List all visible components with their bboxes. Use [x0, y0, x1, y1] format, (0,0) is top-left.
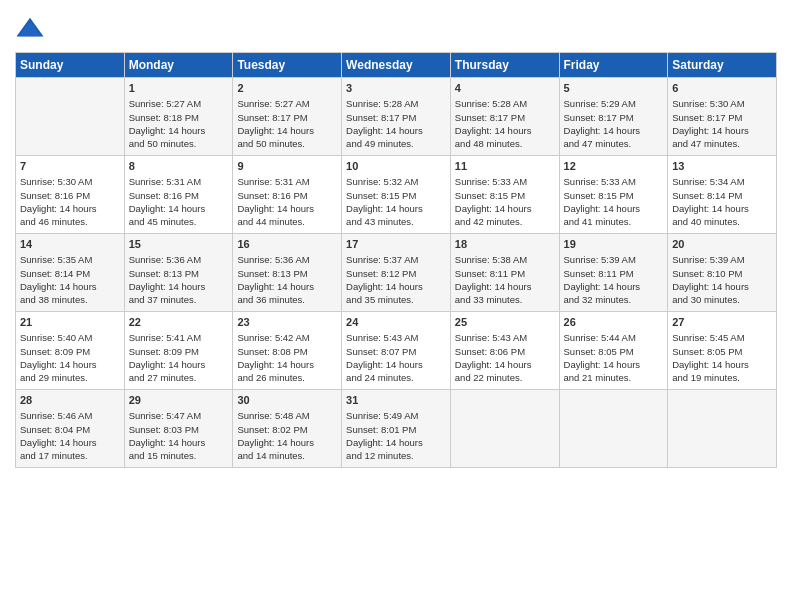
calendar-cell: 10Sunrise: 5:32 AM Sunset: 8:15 PM Dayli… — [342, 156, 451, 234]
calendar-cell: 28Sunrise: 5:46 AM Sunset: 8:04 PM Dayli… — [16, 390, 125, 468]
day-info: Sunrise: 5:39 AM Sunset: 8:10 PM Dayligh… — [672, 253, 772, 306]
calendar-cell — [450, 390, 559, 468]
day-info: Sunrise: 5:44 AM Sunset: 8:05 PM Dayligh… — [564, 331, 664, 384]
day-info: Sunrise: 5:36 AM Sunset: 8:13 PM Dayligh… — [129, 253, 229, 306]
day-number: 9 — [237, 159, 337, 174]
calendar-week-3: 14Sunrise: 5:35 AM Sunset: 8:14 PM Dayli… — [16, 234, 777, 312]
calendar-cell: 15Sunrise: 5:36 AM Sunset: 8:13 PM Dayli… — [124, 234, 233, 312]
calendar-cell — [559, 390, 668, 468]
day-number: 27 — [672, 315, 772, 330]
day-info: Sunrise: 5:45 AM Sunset: 8:05 PM Dayligh… — [672, 331, 772, 384]
header — [15, 10, 777, 44]
calendar-cell: 5Sunrise: 5:29 AM Sunset: 8:17 PM Daylig… — [559, 78, 668, 156]
weekday-header-saturday: Saturday — [668, 53, 777, 78]
day-info: Sunrise: 5:46 AM Sunset: 8:04 PM Dayligh… — [20, 409, 120, 462]
day-number: 15 — [129, 237, 229, 252]
day-number: 16 — [237, 237, 337, 252]
day-number: 14 — [20, 237, 120, 252]
day-number: 6 — [672, 81, 772, 96]
day-info: Sunrise: 5:42 AM Sunset: 8:08 PM Dayligh… — [237, 331, 337, 384]
calendar-cell: 31Sunrise: 5:49 AM Sunset: 8:01 PM Dayli… — [342, 390, 451, 468]
weekday-header-sunday: Sunday — [16, 53, 125, 78]
calendar-week-2: 7Sunrise: 5:30 AM Sunset: 8:16 PM Daylig… — [16, 156, 777, 234]
day-number: 3 — [346, 81, 446, 96]
day-number: 31 — [346, 393, 446, 408]
day-info: Sunrise: 5:49 AM Sunset: 8:01 PM Dayligh… — [346, 409, 446, 462]
day-info: Sunrise: 5:28 AM Sunset: 8:17 PM Dayligh… — [455, 97, 555, 150]
day-info: Sunrise: 5:31 AM Sunset: 8:16 PM Dayligh… — [237, 175, 337, 228]
calendar-cell: 19Sunrise: 5:39 AM Sunset: 8:11 PM Dayli… — [559, 234, 668, 312]
day-number: 8 — [129, 159, 229, 174]
calendar-cell: 25Sunrise: 5:43 AM Sunset: 8:06 PM Dayli… — [450, 312, 559, 390]
day-number: 1 — [129, 81, 229, 96]
day-info: Sunrise: 5:41 AM Sunset: 8:09 PM Dayligh… — [129, 331, 229, 384]
day-number: 21 — [20, 315, 120, 330]
calendar-cell: 29Sunrise: 5:47 AM Sunset: 8:03 PM Dayli… — [124, 390, 233, 468]
calendar-week-4: 21Sunrise: 5:40 AM Sunset: 8:09 PM Dayli… — [16, 312, 777, 390]
day-info: Sunrise: 5:27 AM Sunset: 8:18 PM Dayligh… — [129, 97, 229, 150]
day-number: 26 — [564, 315, 664, 330]
calendar-cell: 3Sunrise: 5:28 AM Sunset: 8:17 PM Daylig… — [342, 78, 451, 156]
day-info: Sunrise: 5:28 AM Sunset: 8:17 PM Dayligh… — [346, 97, 446, 150]
day-info: Sunrise: 5:33 AM Sunset: 8:15 PM Dayligh… — [455, 175, 555, 228]
day-info: Sunrise: 5:48 AM Sunset: 8:02 PM Dayligh… — [237, 409, 337, 462]
calendar-cell: 6Sunrise: 5:30 AM Sunset: 8:17 PM Daylig… — [668, 78, 777, 156]
day-number: 28 — [20, 393, 120, 408]
main-container: SundayMondayTuesdayWednesdayThursdayFrid… — [0, 0, 792, 478]
day-number: 19 — [564, 237, 664, 252]
calendar-cell — [668, 390, 777, 468]
day-number: 30 — [237, 393, 337, 408]
weekday-header-row: SundayMondayTuesdayWednesdayThursdayFrid… — [16, 53, 777, 78]
day-number: 7 — [20, 159, 120, 174]
day-info: Sunrise: 5:40 AM Sunset: 8:09 PM Dayligh… — [20, 331, 120, 384]
logo-icon — [15, 14, 45, 44]
day-number: 22 — [129, 315, 229, 330]
day-number: 2 — [237, 81, 337, 96]
calendar-cell: 23Sunrise: 5:42 AM Sunset: 8:08 PM Dayli… — [233, 312, 342, 390]
day-number: 25 — [455, 315, 555, 330]
day-info: Sunrise: 5:33 AM Sunset: 8:15 PM Dayligh… — [564, 175, 664, 228]
day-number: 17 — [346, 237, 446, 252]
calendar-week-5: 28Sunrise: 5:46 AM Sunset: 8:04 PM Dayli… — [16, 390, 777, 468]
calendar-cell: 14Sunrise: 5:35 AM Sunset: 8:14 PM Dayli… — [16, 234, 125, 312]
calendar-cell: 13Sunrise: 5:34 AM Sunset: 8:14 PM Dayli… — [668, 156, 777, 234]
calendar-cell: 20Sunrise: 5:39 AM Sunset: 8:10 PM Dayli… — [668, 234, 777, 312]
day-info: Sunrise: 5:30 AM Sunset: 8:17 PM Dayligh… — [672, 97, 772, 150]
day-info: Sunrise: 5:30 AM Sunset: 8:16 PM Dayligh… — [20, 175, 120, 228]
calendar-cell: 18Sunrise: 5:38 AM Sunset: 8:11 PM Dayli… — [450, 234, 559, 312]
calendar-cell — [16, 78, 125, 156]
day-number: 23 — [237, 315, 337, 330]
calendar-cell: 1Sunrise: 5:27 AM Sunset: 8:18 PM Daylig… — [124, 78, 233, 156]
calendar-cell: 11Sunrise: 5:33 AM Sunset: 8:15 PM Dayli… — [450, 156, 559, 234]
calendar-cell: 12Sunrise: 5:33 AM Sunset: 8:15 PM Dayli… — [559, 156, 668, 234]
day-number: 4 — [455, 81, 555, 96]
calendar-cell: 27Sunrise: 5:45 AM Sunset: 8:05 PM Dayli… — [668, 312, 777, 390]
calendar-week-1: 1Sunrise: 5:27 AM Sunset: 8:18 PM Daylig… — [16, 78, 777, 156]
day-number: 11 — [455, 159, 555, 174]
weekday-header-friday: Friday — [559, 53, 668, 78]
day-info: Sunrise: 5:27 AM Sunset: 8:17 PM Dayligh… — [237, 97, 337, 150]
calendar-cell: 2Sunrise: 5:27 AM Sunset: 8:17 PM Daylig… — [233, 78, 342, 156]
calendar-cell: 8Sunrise: 5:31 AM Sunset: 8:16 PM Daylig… — [124, 156, 233, 234]
calendar-cell: 30Sunrise: 5:48 AM Sunset: 8:02 PM Dayli… — [233, 390, 342, 468]
day-info: Sunrise: 5:31 AM Sunset: 8:16 PM Dayligh… — [129, 175, 229, 228]
day-info: Sunrise: 5:47 AM Sunset: 8:03 PM Dayligh… — [129, 409, 229, 462]
logo — [15, 14, 47, 44]
weekday-header-monday: Monday — [124, 53, 233, 78]
weekday-header-thursday: Thursday — [450, 53, 559, 78]
calendar-cell: 24Sunrise: 5:43 AM Sunset: 8:07 PM Dayli… — [342, 312, 451, 390]
day-info: Sunrise: 5:39 AM Sunset: 8:11 PM Dayligh… — [564, 253, 664, 306]
day-number: 24 — [346, 315, 446, 330]
day-number: 12 — [564, 159, 664, 174]
calendar-cell: 26Sunrise: 5:44 AM Sunset: 8:05 PM Dayli… — [559, 312, 668, 390]
day-number: 5 — [564, 81, 664, 96]
calendar-cell: 21Sunrise: 5:40 AM Sunset: 8:09 PM Dayli… — [16, 312, 125, 390]
calendar-table: SundayMondayTuesdayWednesdayThursdayFrid… — [15, 52, 777, 468]
day-info: Sunrise: 5:34 AM Sunset: 8:14 PM Dayligh… — [672, 175, 772, 228]
day-number: 18 — [455, 237, 555, 252]
calendar-cell: 16Sunrise: 5:36 AM Sunset: 8:13 PM Dayli… — [233, 234, 342, 312]
day-info: Sunrise: 5:35 AM Sunset: 8:14 PM Dayligh… — [20, 253, 120, 306]
weekday-header-tuesday: Tuesday — [233, 53, 342, 78]
day-info: Sunrise: 5:29 AM Sunset: 8:17 PM Dayligh… — [564, 97, 664, 150]
calendar-cell: 17Sunrise: 5:37 AM Sunset: 8:12 PM Dayli… — [342, 234, 451, 312]
